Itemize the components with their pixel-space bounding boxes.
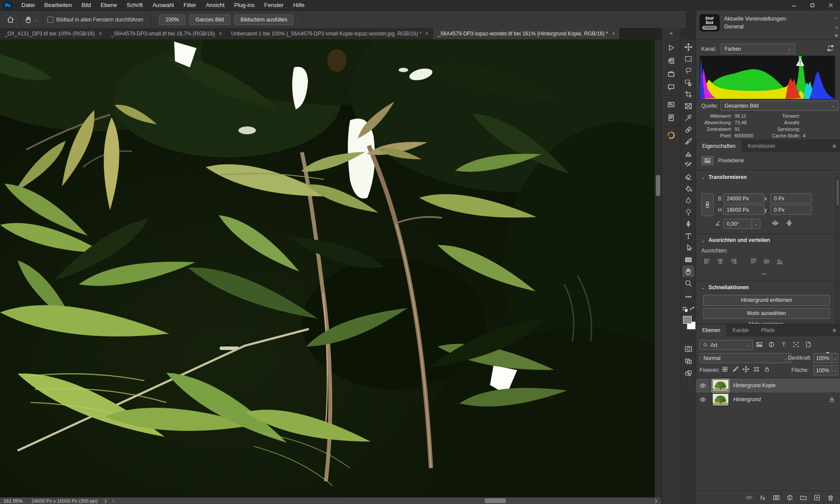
menu-bearbeiten[interactable]: Bearbeiten — [39, 0, 77, 10]
tool-zoom[interactable] — [682, 277, 694, 289]
filter-pixel-layers-icon[interactable] — [756, 341, 763, 348]
tool-paint-bucket[interactable] — [682, 183, 694, 194]
opacity-dropdown[interactable]: ⌄ — [832, 353, 838, 363]
layer-visibility-eye-icon[interactable] — [696, 378, 710, 392]
close-icon[interactable]: × — [219, 31, 222, 37]
more-tools-icon[interactable] — [682, 291, 694, 302]
menu-filter[interactable]: Filter — [179, 0, 201, 10]
document-tab[interactable]: _DX_4131_DP3.tif bei 100% (RGB/16) × — [0, 28, 107, 39]
layer-name[interactable]: Hintergrund — [733, 396, 761, 402]
scroll-left-icon[interactable]: ❮ — [112, 499, 115, 503]
chevron-down-icon[interactable]: ⌄ — [701, 175, 705, 180]
vertical-scrollbar-thumb[interactable] — [656, 175, 660, 196]
fit-screen-button[interactable]: Ganzes Bild — [189, 14, 230, 25]
x-field[interactable]: 0 Px — [770, 193, 812, 203]
link-dimensions-toggle[interactable] — [701, 193, 714, 216]
layer-visibility-eye-icon[interactable] — [696, 392, 710, 406]
align-bottom-icon[interactable] — [776, 257, 784, 266]
tool-eraser[interactable] — [682, 171, 694, 182]
tool-blur[interactable] — [682, 195, 694, 206]
close-icon[interactable]: × — [612, 31, 615, 37]
delete-layer-icon[interactable] — [827, 494, 834, 501]
tab-pfade[interactable]: Pfade — [755, 324, 781, 336]
chevron-down-icon[interactable]: ⌄ — [701, 285, 705, 290]
align-center-horizontal-icon[interactable] — [716, 257, 724, 266]
tab-ebenen[interactable]: Ebenen — [696, 324, 726, 336]
menu-schrift[interactable]: Schrift — [122, 0, 148, 10]
new-group-icon[interactable] — [800, 494, 807, 501]
width-field[interactable]: 24000 Px — [723, 193, 764, 203]
align-more-icon[interactable]: … — [762, 270, 768, 276]
menu-fenster[interactable]: Fenster — [259, 0, 288, 10]
hand-tool-options-icon[interactable] — [24, 15, 33, 24]
foreground-color-swatch[interactable] — [683, 316, 692, 324]
zoom-100-button[interactable]: 100% — [159, 14, 185, 25]
tool-pen[interactable] — [682, 218, 694, 230]
expand-dock-icon[interactable]: « — [662, 28, 680, 39]
collapse-dock-icon[interactable]: » — [835, 24, 838, 30]
menu-auswahl[interactable]: Auswahl — [147, 0, 178, 10]
menu-ansicht[interactable]: Ansicht — [201, 0, 229, 10]
remove-background-button[interactable]: Hintergrund entfernen — [703, 295, 830, 306]
comments-panel-icon[interactable] — [665, 81, 677, 93]
filter-shape-layers-icon[interactable] — [792, 341, 800, 348]
panel-menu-icon[interactable]: ≡ — [828, 140, 840, 152]
lock-all-icon[interactable] — [763, 366, 770, 373]
height-field[interactable]: 16000 Px — [723, 205, 764, 215]
filter-smart-objects-icon[interactable] — [805, 341, 812, 348]
info-panel-icon[interactable] — [665, 99, 677, 110]
screen-mode-icon[interactable] — [682, 355, 694, 367]
history-panel-icon[interactable] — [665, 55, 677, 66]
chevron-down-icon[interactable]: ⌄ — [35, 18, 38, 22]
layer-thumbnail[interactable] — [712, 393, 729, 406]
libraries-panel-icon[interactable] — [665, 68, 677, 80]
fill-screen-button[interactable]: Bildschirm ausfüllen — [234, 14, 294, 25]
angle-dropdown[interactable]: ⌄ — [752, 219, 760, 229]
new-layer-icon[interactable] — [813, 494, 821, 501]
menu-ebene[interactable]: Ebene — [96, 0, 122, 10]
align-left-icon[interactable] — [703, 257, 711, 266]
tool-frame[interactable] — [682, 100, 694, 112]
add-adjustment-layer-icon[interactable] — [786, 494, 794, 501]
scroll-right-icon[interactable]: ❯ — [654, 499, 658, 503]
menu-bild[interactable]: Bild — [77, 0, 96, 10]
filter-type-layers-icon[interactable] — [780, 341, 788, 348]
y-field[interactable]: 0 Px — [770, 205, 812, 215]
swap-colors-icon[interactable] — [689, 305, 695, 312]
tool-type[interactable] — [682, 230, 694, 242]
home-icon[interactable] — [6, 15, 15, 24]
chevron-down-icon[interactable]: ⌄ — [834, 15, 838, 20]
tool-path-selection[interactable] — [682, 242, 694, 253]
tool-move[interactable] — [682, 41, 694, 52]
tool-rectangular-marquee[interactable] — [682, 53, 694, 64]
document-info[interactable]: 24000 Px x 16000 Px (300 ppi) — [32, 498, 98, 504]
tool-crop[interactable] — [682, 88, 694, 100]
source-dropdown[interactable]: Gesamtes Bild ⌄ — [721, 101, 839, 111]
filter-adjustment-layers-icon[interactable] — [768, 341, 775, 348]
fill-dropdown[interactable]: ⌄ — [832, 365, 838, 375]
quick-mask-icon[interactable] — [682, 343, 694, 354]
share-image-icon[interactable] — [682, 368, 694, 379]
zoom-level-field[interactable]: 161.05% — [4, 498, 22, 504]
tool-dodge[interactable] — [682, 206, 694, 218]
panel-menu-icon[interactable]: ≡ — [834, 32, 838, 39]
camera-raw-plugin-icon[interactable] — [665, 130, 677, 141]
tab-korrekturen[interactable]: Korrekturen — [742, 140, 781, 152]
blend-mode-dropdown[interactable]: Normal ⌄ — [700, 353, 791, 363]
tool-clone-stamp[interactable] — [682, 147, 694, 159]
menu-plugins[interactable]: Plug-ins — [229, 0, 259, 10]
status-flyout-icon[interactable]: ❯ — [104, 499, 107, 503]
document-tab[interactable]: _56A4579-DP3-small.tif bei 16,7% (RGB/16… — [107, 28, 227, 39]
layer-thumbnail[interactable] — [712, 379, 729, 392]
tool-shape[interactable] — [682, 254, 694, 265]
flip-horizontal-icon[interactable] — [771, 219, 779, 227]
close-button[interactable] — [822, 0, 840, 10]
document-tab-active[interactable]: _56A4579-DP3-topaz-wonder.tif bei 161% (… — [433, 28, 620, 39]
actions-panel-icon[interactable] — [665, 42, 677, 53]
document-tab[interactable]: Unbenannt-1 bei 100% (_56A4579-DP3-small… — [227, 28, 433, 39]
canvas-vertical-scrollbar[interactable] — [654, 39, 662, 497]
align-center-vertical-icon[interactable] — [763, 257, 771, 266]
link-layers-icon[interactable] — [746, 494, 753, 501]
add-layer-mask-icon[interactable] — [773, 494, 780, 501]
layer-lock-icon[interactable] — [829, 396, 835, 403]
